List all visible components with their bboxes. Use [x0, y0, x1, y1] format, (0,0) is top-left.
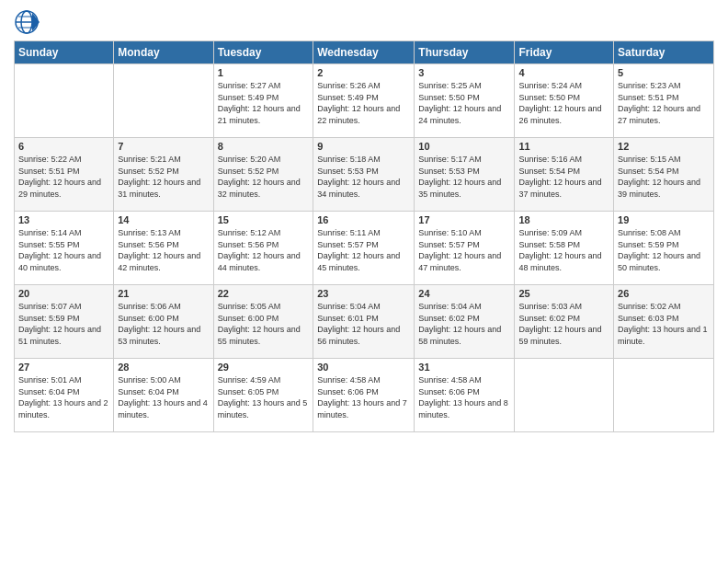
day-info: Sunrise: 4:58 AMSunset: 6:06 PMDaylight:…: [317, 374, 410, 420]
calendar-cell: 16Sunrise: 5:11 AMSunset: 5:57 PMDayligh…: [313, 212, 415, 285]
day-info: Sunrise: 5:13 AMSunset: 5:56 PMDaylight:…: [118, 227, 209, 273]
day-info: Sunrise: 5:04 AMSunset: 6:02 PMDaylight:…: [418, 301, 510, 347]
calendar-week-4: 20Sunrise: 5:07 AMSunset: 5:59 PMDayligh…: [15, 285, 714, 359]
calendar-cell: 17Sunrise: 5:10 AMSunset: 5:57 PMDayligh…: [415, 212, 515, 285]
day-info: Sunrise: 5:25 AMSunset: 5:50 PMDaylight:…: [418, 80, 510, 126]
day-number: 9: [317, 141, 410, 152]
calendar-cell: [114, 64, 213, 138]
calendar-cell: 9Sunrise: 5:18 AMSunset: 5:53 PMDaylight…: [313, 138, 415, 212]
calendar-cell: 19Sunrise: 5:08 AMSunset: 5:59 PMDayligh…: [614, 212, 714, 285]
calendar-cell: 22Sunrise: 5:05 AMSunset: 6:00 PMDayligh…: [213, 285, 313, 359]
day-number: 1: [218, 67, 310, 78]
day-number: 2: [317, 67, 410, 78]
day-number: 29: [218, 362, 310, 373]
calendar-cell: 21Sunrise: 5:06 AMSunset: 6:00 PMDayligh…: [114, 285, 213, 359]
calendar-week-2: 6Sunrise: 5:22 AMSunset: 5:51 PMDaylight…: [15, 138, 714, 212]
day-number: 19: [618, 214, 710, 225]
weekday-header-row: SundayMondayTuesdayWednesdayThursdayFrid…: [15, 41, 714, 64]
calendar-cell: 3Sunrise: 5:25 AMSunset: 5:50 PMDaylight…: [415, 64, 515, 138]
calendar-header: SundayMondayTuesdayWednesdayThursdayFrid…: [15, 41, 714, 64]
weekday-header-saturday: Saturday: [614, 41, 714, 64]
day-number: 7: [118, 141, 209, 152]
calendar-cell: [515, 359, 614, 432]
day-info: Sunrise: 5:04 AMSunset: 6:01 PMDaylight:…: [317, 301, 410, 347]
day-number: 8: [218, 141, 310, 152]
calendar-cell: 5Sunrise: 5:23 AMSunset: 5:51 PMDaylight…: [614, 64, 714, 138]
day-number: 20: [18, 288, 109, 299]
calendar-cell: 24Sunrise: 5:04 AMSunset: 6:02 PMDayligh…: [415, 285, 515, 359]
globe-icon: [14, 9, 40, 35]
day-number: 28: [118, 362, 209, 373]
day-number: 4: [518, 67, 609, 78]
calendar-cell: 31Sunrise: 4:58 AMSunset: 6:06 PMDayligh…: [415, 359, 515, 432]
day-number: 26: [618, 288, 710, 299]
day-info: Sunrise: 5:16 AMSunset: 5:54 PMDaylight:…: [518, 154, 609, 200]
calendar-cell: 27Sunrise: 5:01 AMSunset: 6:04 PMDayligh…: [15, 359, 114, 432]
weekday-header-wednesday: Wednesday: [313, 41, 415, 64]
day-info: Sunrise: 5:01 AMSunset: 6:04 PMDaylight:…: [18, 374, 109, 420]
calendar-cell: 29Sunrise: 4:59 AMSunset: 6:05 PMDayligh…: [213, 359, 313, 432]
calendar-cell: 30Sunrise: 4:58 AMSunset: 6:06 PMDayligh…: [313, 359, 415, 432]
weekday-header-sunday: Sunday: [15, 41, 114, 64]
day-info: Sunrise: 5:02 AMSunset: 6:03 PMDaylight:…: [618, 301, 710, 347]
calendar-cell: [15, 64, 114, 138]
day-number: 10: [418, 141, 510, 152]
day-info: Sunrise: 5:00 AMSunset: 6:04 PMDaylight:…: [118, 374, 209, 420]
calendar-cell: 1Sunrise: 5:27 AMSunset: 5:49 PMDaylight…: [213, 64, 313, 138]
calendar-cell: 25Sunrise: 5:03 AMSunset: 6:02 PMDayligh…: [515, 285, 614, 359]
day-number: 22: [218, 288, 310, 299]
calendar-cell: 2Sunrise: 5:26 AMSunset: 5:49 PMDaylight…: [313, 64, 415, 138]
day-number: 30: [317, 362, 410, 373]
day-info: Sunrise: 5:21 AMSunset: 5:52 PMDaylight:…: [118, 154, 209, 200]
day-info: Sunrise: 5:15 AMSunset: 5:54 PMDaylight:…: [618, 154, 710, 200]
day-info: Sunrise: 4:59 AMSunset: 6:05 PMDaylight:…: [218, 374, 310, 420]
calendar-cell: 10Sunrise: 5:17 AMSunset: 5:53 PMDayligh…: [415, 138, 515, 212]
calendar-cell: 20Sunrise: 5:07 AMSunset: 5:59 PMDayligh…: [15, 285, 114, 359]
calendar-cell: 14Sunrise: 5:13 AMSunset: 5:56 PMDayligh…: [114, 212, 213, 285]
day-info: Sunrise: 5:27 AMSunset: 5:49 PMDaylight:…: [218, 80, 310, 126]
calendar-cell: 26Sunrise: 5:02 AMSunset: 6:03 PMDayligh…: [614, 285, 714, 359]
day-info: Sunrise: 5:12 AMSunset: 5:56 PMDaylight:…: [218, 227, 310, 273]
calendar-week-1: 1Sunrise: 5:27 AMSunset: 5:49 PMDaylight…: [15, 64, 714, 138]
calendar-cell: 18Sunrise: 5:09 AMSunset: 5:58 PMDayligh…: [515, 212, 614, 285]
day-info: Sunrise: 5:14 AMSunset: 5:55 PMDaylight:…: [18, 227, 109, 273]
weekday-header-tuesday: Tuesday: [213, 41, 313, 64]
day-info: Sunrise: 5:05 AMSunset: 6:00 PMDaylight:…: [218, 301, 310, 347]
calendar-body: 1Sunrise: 5:27 AMSunset: 5:49 PMDaylight…: [15, 64, 714, 432]
header: [14, 9, 714, 35]
day-info: Sunrise: 5:06 AMSunset: 6:00 PMDaylight:…: [118, 301, 209, 347]
weekday-header-thursday: Thursday: [415, 41, 515, 64]
calendar-cell: 13Sunrise: 5:14 AMSunset: 5:55 PMDayligh…: [15, 212, 114, 285]
calendar-cell: 23Sunrise: 5:04 AMSunset: 6:01 PMDayligh…: [313, 285, 415, 359]
day-number: 24: [418, 288, 510, 299]
day-info: Sunrise: 5:17 AMSunset: 5:53 PMDaylight:…: [418, 154, 510, 200]
day-info: Sunrise: 5:07 AMSunset: 5:59 PMDaylight:…: [18, 301, 109, 347]
calendar-cell: 4Sunrise: 5:24 AMSunset: 5:50 PMDaylight…: [515, 64, 614, 138]
day-number: 12: [618, 141, 710, 152]
day-info: Sunrise: 5:11 AMSunset: 5:57 PMDaylight:…: [317, 227, 410, 273]
calendar-cell: [614, 359, 714, 432]
calendar-week-5: 27Sunrise: 5:01 AMSunset: 6:04 PMDayligh…: [15, 359, 714, 432]
day-info: Sunrise: 5:22 AMSunset: 5:51 PMDaylight:…: [18, 154, 109, 200]
day-info: Sunrise: 5:10 AMSunset: 5:57 PMDaylight:…: [418, 227, 510, 273]
day-number: 23: [317, 288, 410, 299]
day-number: 5: [618, 67, 710, 78]
day-info: Sunrise: 5:09 AMSunset: 5:58 PMDaylight:…: [518, 227, 609, 273]
day-number: 6: [18, 141, 109, 152]
weekday-header-friday: Friday: [515, 41, 614, 64]
day-number: 18: [518, 214, 609, 225]
day-number: 25: [518, 288, 609, 299]
calendar-cell: 6Sunrise: 5:22 AMSunset: 5:51 PMDaylight…: [15, 138, 114, 212]
day-info: Sunrise: 5:18 AMSunset: 5:53 PMDaylight:…: [317, 154, 410, 200]
day-info: Sunrise: 5:23 AMSunset: 5:51 PMDaylight:…: [618, 80, 710, 126]
calendar-cell: 15Sunrise: 5:12 AMSunset: 5:56 PMDayligh…: [213, 212, 313, 285]
day-number: 27: [18, 362, 109, 373]
day-number: 11: [518, 141, 609, 152]
logo: [14, 9, 42, 35]
day-info: Sunrise: 5:08 AMSunset: 5:59 PMDaylight:…: [618, 227, 710, 273]
calendar-table: SundayMondayTuesdayWednesdayThursdayFrid…: [14, 40, 714, 432]
day-info: Sunrise: 5:24 AMSunset: 5:50 PMDaylight:…: [518, 80, 609, 126]
calendar-cell: 28Sunrise: 5:00 AMSunset: 6:04 PMDayligh…: [114, 359, 213, 432]
calendar-cell: 7Sunrise: 5:21 AMSunset: 5:52 PMDaylight…: [114, 138, 213, 212]
day-number: 14: [118, 214, 209, 225]
